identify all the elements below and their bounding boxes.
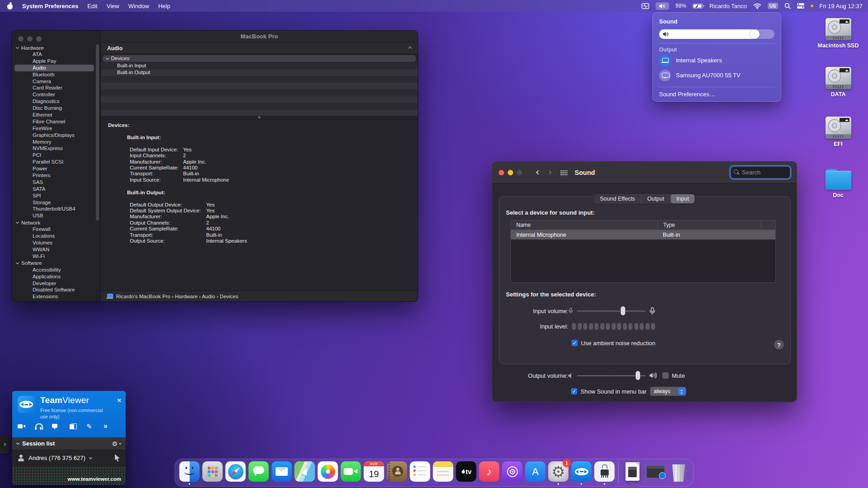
forward-button[interactable]: [546, 169, 553, 176]
sidebar-item-audio[interactable]: Audio: [14, 65, 94, 71]
tab-sound-effects[interactable]: Sound Effects: [594, 194, 642, 203]
close-button[interactable]: [18, 36, 24, 42]
search-input[interactable]: [731, 166, 790, 178]
sidebar-item-wi-fi[interactable]: Wi-Fi: [14, 253, 94, 260]
dock-notes-icon[interactable]: [433, 461, 453, 482]
desktop-icon-efi[interactable]: EFI: [816, 117, 860, 147]
sidebar-item-memory[interactable]: Memory: [14, 139, 94, 145]
dock-maps-icon[interactable]: [295, 461, 315, 482]
menu-window[interactable]: Window: [128, 3, 149, 9]
sidebar-item-ata[interactable]: ATA: [14, 51, 94, 58]
dock-finder-icon[interactable]: [179, 461, 200, 482]
tab-input[interactable]: Input: [670, 194, 695, 203]
keyboard-layout-badge[interactable]: US: [768, 3, 778, 9]
popover-volume-slider[interactable]: [659, 29, 774, 39]
whiteboard-icon[interactable]: ✎: [86, 423, 94, 429]
sidebar-item-disabled-software[interactable]: Disabled Software: [14, 286, 94, 293]
sidebar-item-sas[interactable]: SAS: [14, 179, 94, 186]
dock-document-icon[interactable]: [623, 461, 643, 482]
menu-view[interactable]: View: [107, 3, 119, 9]
sidebar-item-graphics-displays[interactable]: Graphics/Displays: [14, 132, 94, 139]
collapse-chevron-icon[interactable]: [16, 441, 19, 445]
close-button[interactable]: [499, 170, 504, 175]
control-center-icon[interactable]: [797, 3, 804, 9]
sidebar-item-fonts[interactable]: Fonts: [14, 300, 94, 301]
session-list-bar[interactable]: Session list ⚙: [12, 437, 126, 450]
sidebar-group-hardware[interactable]: Hardware: [12, 44, 98, 51]
desktop-icon-data[interactable]: DATA: [816, 67, 860, 98]
tree-row[interactable]: Built-in Input: [101, 62, 418, 69]
headset-icon[interactable]: [35, 423, 42, 429]
sidebar-item-apple-pay[interactable]: Apple Pay: [14, 58, 94, 65]
gear-icon[interactable]: ⚙: [112, 440, 118, 447]
sidebar-item-storage[interactable]: Storage: [14, 199, 94, 206]
tree-row[interactable]: Built-in Output: [101, 69, 418, 76]
dock-teamviewer-icon[interactable]: [571, 461, 592, 482]
input-volume-knob[interactable]: [621, 306, 625, 315]
tree-row-devices[interactable]: Devices: [103, 55, 416, 62]
dock-chip-utility-icon[interactable]: [594, 461, 615, 482]
dock-system-preferences-icon[interactable]: 1: [548, 461, 569, 482]
dock-safari-icon[interactable]: [226, 461, 246, 482]
minimize-button[interactable]: [27, 36, 33, 42]
sidebar-item-bluetooth[interactable]: Bluetooth: [14, 71, 94, 78]
column-name[interactable]: Name: [511, 221, 657, 230]
dock-calendar-icon[interactable]: AUG19: [364, 461, 384, 482]
menu-bar-visibility-dropdown[interactable]: always: [650, 387, 686, 396]
spotlight-search-icon[interactable]: [784, 3, 791, 9]
sidebar-item-locations[interactable]: Locations: [14, 233, 94, 239]
back-button[interactable]: [535, 169, 542, 176]
file-transfer-icon[interactable]: [69, 423, 77, 429]
sidebar-item-camera[interactable]: Camera: [14, 78, 94, 85]
sidebar-item-firewall[interactable]: Firewall: [14, 226, 94, 233]
dock-app-store-icon[interactable]: [525, 461, 546, 482]
sidebar-item-parallel-scsi[interactable]: Parallel SCSI: [14, 159, 94, 165]
dock-mail-icon[interactable]: [272, 461, 292, 482]
dock-podcasts-icon[interactable]: [502, 461, 523, 482]
pane-splitter[interactable]: [101, 116, 418, 119]
sidebar-item-usb[interactable]: USB: [14, 212, 94, 219]
dock-tv-icon[interactable]: tv: [456, 461, 476, 482]
dock-contacts-icon[interactable]: [387, 461, 407, 482]
sidebar-item-sata[interactable]: SATA: [14, 186, 94, 192]
menu-app-name[interactable]: System Preferences: [22, 3, 78, 9]
breadcrumb[interactable]: Ricardo's MacBook Pro › Hardware › Audio…: [116, 294, 238, 299]
sidebar-item-ethernet[interactable]: Ethernet: [14, 112, 94, 118]
popover-volume-knob[interactable]: [750, 29, 760, 39]
dock-photos-icon[interactable]: [318, 461, 338, 482]
teamviewer-website-link[interactable]: www.teamviewer.com: [12, 473, 126, 485]
sidebar-scrollbar[interactable]: [96, 44, 99, 221]
show-all-preferences-icon[interactable]: [560, 170, 567, 175]
sidebar-item-thunderbolt-usb4[interactable]: Thunderbolt/USB4: [14, 206, 94, 212]
sound-menu-icon[interactable]: [656, 2, 669, 10]
sidebar-item-fibre-channel[interactable]: Fibre Channel: [14, 118, 94, 125]
dock-reminders-icon[interactable]: [410, 461, 430, 482]
output-volume-knob[interactable]: [636, 371, 640, 380]
help-button[interactable]: ?: [774, 340, 784, 350]
teamviewer-collapse-tab[interactable]: [0, 435, 9, 454]
audio-section-header[interactable]: Audio: [101, 42, 418, 54]
sidebar-item-controller[interactable]: Controller: [14, 91, 94, 98]
ambient-noise-checkbox[interactable]: [571, 340, 578, 346]
sidebar-item-disc-burning[interactable]: Disc Burning: [14, 105, 94, 112]
chevron-down-icon[interactable]: [89, 456, 92, 459]
tab-output[interactable]: Output: [642, 194, 671, 203]
battery-icon[interactable]: [693, 4, 703, 9]
sidebar-group-software[interactable]: Software: [12, 260, 98, 267]
dock-music-icon[interactable]: [479, 461, 500, 482]
sidebar-item-volumes[interactable]: Volumes: [14, 239, 94, 246]
desktop-icon-doc[interactable]: Doc: [816, 169, 860, 198]
collapse-icon[interactable]: [408, 46, 412, 50]
show-sound-checkbox[interactable]: [571, 388, 577, 394]
desktop-icon-macintosh-ssd[interactable]: Macintosh SSD: [816, 18, 860, 49]
sidebar-item-power[interactable]: Power: [14, 165, 94, 172]
menu-clock[interactable]: Fri 19 Aug 12:37: [820, 3, 863, 9]
dock-messages-icon[interactable]: [249, 461, 269, 482]
activity-monitor-icon[interactable]: [642, 3, 649, 9]
session-list-item[interactable]: Andres (776 375 627): [12, 450, 126, 466]
user-name[interactable]: Ricardo Tanco: [709, 3, 747, 9]
dock-trash-icon[interactable]: [669, 461, 689, 482]
sidebar-item-spi[interactable]: SPI: [14, 192, 94, 199]
sidebar-item-applications[interactable]: Applications: [14, 273, 94, 280]
sidebar-group-network[interactable]: Network: [12, 219, 98, 226]
